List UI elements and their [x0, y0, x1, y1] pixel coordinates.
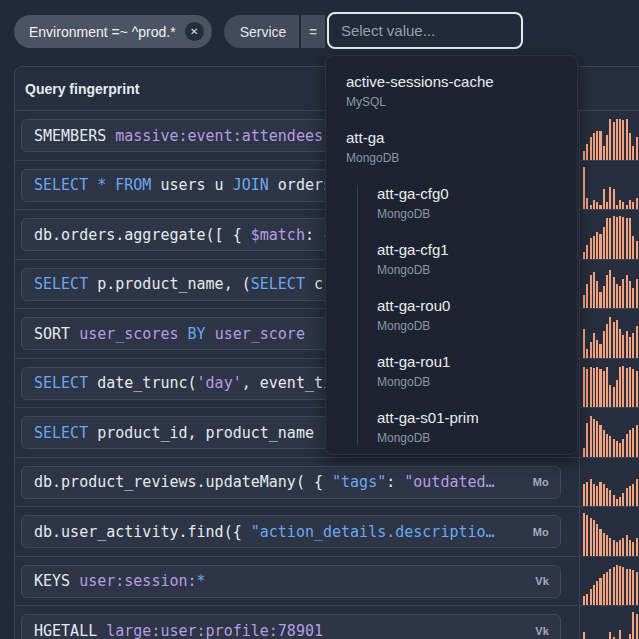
query-fingerprint-chip[interactable]: KEYS user:session:* Vk [21, 565, 561, 598]
close-icon[interactable]: ✕ [185, 22, 204, 41]
sparkline-bar [596, 281, 598, 308]
query-activity-sparkline [579, 260, 639, 309]
db-type-badge: Vk [535, 625, 549, 637]
sparkline-bar [606, 324, 608, 357]
sparkline-bar [629, 540, 631, 556]
sparkline-bar [606, 488, 608, 506]
dropdown-item-label: att-ga [346, 129, 577, 147]
dropdown-item[interactable]: att-ga-rou0 MongoDB [377, 297, 577, 333]
sparkline-bar [586, 594, 588, 605]
dropdown-item[interactable]: att-ga MongoDB [346, 129, 577, 165]
sparkline-bar [632, 428, 634, 457]
dropdown-item-label: att-ga-cfg0 [377, 185, 577, 203]
sparkline-bar [596, 367, 598, 407]
sparkline-bar [616, 380, 618, 407]
query-fingerprint-chip[interactable]: db.product_reviews.updateMany( { "tags":… [21, 466, 561, 499]
sparkline-bar [583, 513, 585, 555]
sparkline-bar [609, 218, 611, 259]
sparkline-bar [616, 284, 618, 308]
service-value-input[interactable]: Select value... [327, 12, 523, 49]
dropdown-item[interactable]: active-sessions-cache MySQL [346, 73, 577, 109]
sparkline-bar [619, 216, 621, 258]
db-type-badge: Mo [533, 526, 549, 538]
sparkline-bar [583, 367, 585, 407]
sparkline-bar [603, 484, 605, 506]
sparkline-bar [599, 425, 601, 456]
sparkline-bar [616, 320, 618, 358]
sparkline-bar [629, 430, 631, 457]
sparkline-bar [586, 245, 588, 258]
sparkline-bar [613, 387, 615, 407]
dropdown-item-sub: MongoDB [377, 207, 577, 221]
sparkline-bar [632, 542, 634, 555]
sparkline-bar [636, 326, 638, 357]
sparkline-bar [613, 322, 615, 358]
db-type-badge: Mo [533, 476, 549, 488]
query-text: db.product_reviews.updateMany( { "tags":… [34, 473, 495, 491]
sparkline-bar [636, 572, 638, 605]
dropdown-item-sub: MySQL [346, 95, 577, 109]
sparkline-bar [626, 275, 628, 308]
dropdown-item[interactable]: att-ga-cfg0 MongoDB [377, 185, 577, 221]
sparkline-bar [583, 151, 585, 160]
query-activity-sparkline [579, 458, 639, 507]
sparkline-bar [609, 270, 611, 308]
sparkline-bar [613, 216, 615, 258]
sparkline-bar [603, 430, 605, 457]
sparkline-bar [606, 275, 608, 308]
dropdown-item[interactable]: att-ga-s01-prim MongoDB [377, 409, 577, 445]
sparkline-bar [629, 367, 631, 407]
service-operator-glyph: = [309, 24, 317, 39]
sparkline-bar [626, 218, 628, 259]
query-text: db.user_activity.find({ "action_details.… [34, 523, 495, 541]
query-text: db.orders.aggregate([ { $match: { [34, 226, 332, 244]
query-fingerprint-chip[interactable]: HGETALL large:user:profile:78901 Vk [21, 614, 561, 639]
sparkline-bar [599, 369, 601, 407]
sparkline-bar [616, 205, 618, 209]
sparkline-bar [603, 227, 605, 258]
sparkline-bar [603, 189, 605, 209]
sparkline-bar [603, 146, 605, 159]
sparkline-bar [593, 419, 595, 457]
sparkline-bar [632, 570, 634, 605]
sparkline-bar [599, 529, 601, 556]
dropdown-item[interactable]: att-ga-cfg1 MongoDB [377, 241, 577, 277]
sparkline-bar [626, 368, 628, 407]
sparkline-bar [593, 333, 595, 357]
sparkline-bar [606, 367, 608, 407]
table-row: HGETALL large:user:profile:78901 Vk [15, 606, 639, 639]
sparkline-bar [616, 565, 618, 605]
service-filter-operator[interactable]: = [301, 15, 325, 48]
query-fingerprint-chip[interactable]: db.user_activity.find({ "action_details.… [21, 515, 561, 548]
sparkline-bar [622, 217, 624, 259]
sparkline-bar [593, 520, 595, 556]
environment-filter-pill[interactable]: Environment =~ ^prod.* ✕ [14, 15, 212, 48]
sparkline-bar [632, 146, 634, 159]
sparkline-bar [606, 535, 608, 555]
service-filter-key[interactable]: Service [224, 15, 300, 48]
sparkline-bar [609, 569, 611, 605]
sparkline-bar [616, 499, 618, 506]
query-text: SELECT p.product_name, (SELECT c [34, 275, 323, 293]
sparkline-bar [596, 486, 598, 506]
sparkline-bar [626, 434, 628, 456]
sparkline-bar [593, 484, 595, 506]
sparkline-bar [619, 329, 621, 358]
sparkline-bar [636, 137, 638, 159]
query-activity-sparkline [579, 210, 639, 259]
sparkline-bar [636, 425, 638, 456]
sparkline-bar [636, 614, 638, 639]
sparkline-bar [626, 205, 628, 209]
dropdown-item-sub: MongoDB [346, 151, 577, 165]
sparkline-bar [626, 488, 628, 506]
dropdown-item[interactable]: att-ga-rou1 MongoDB [377, 353, 577, 389]
sparkline-bar [586, 349, 588, 358]
sparkline-bar [629, 200, 631, 209]
sparkline-bar [603, 286, 605, 308]
close-icon-glyph: ✕ [190, 27, 198, 37]
sparkline-bar [632, 612, 634, 639]
sparkline-bar [586, 423, 588, 456]
sparkline-bar [606, 202, 608, 209]
sparkline-bar [609, 538, 611, 556]
sparkline-bar [603, 331, 605, 358]
